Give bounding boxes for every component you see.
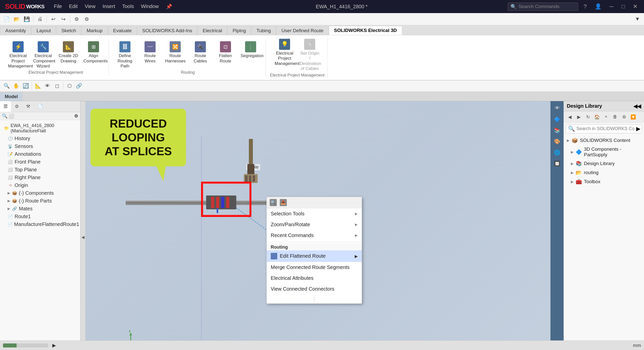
tab-addins[interactable]: SOLIDWORKS Add-Ins — [137, 26, 198, 35]
edit-menu[interactable]: Edit — [65, 3, 81, 11]
tree-item-origin[interactable]: ✛ Origin — [0, 181, 80, 189]
tab-electrical[interactable]: Electrical — [197, 26, 227, 35]
tree-item-components[interactable]: ▶ 📦 (-) Components — [0, 189, 80, 197]
minimize-btn[interactable]: ─ — [607, 3, 616, 10]
rs-scene-btn[interactable]: 🌐 — [552, 147, 562, 158]
tree-item-route-parts[interactable]: ▶ 📦 (-) Route Parts — [0, 197, 80, 205]
view-pan-btn[interactable]: ✋ — [12, 81, 21, 90]
tab-sketch[interactable]: Sketch — [56, 26, 81, 35]
customize-btn[interactable]: ▼ — [633, 15, 642, 24]
question-btn[interactable]: ? — [581, 3, 589, 10]
tree-item-history[interactable]: 🕐 History — [0, 135, 80, 142]
feature-manager-tab[interactable]: ☰ — [0, 101, 11, 112]
ctx-electrical-attrs[interactable]: Electrical Attributes — [267, 273, 362, 284]
tab-user-route[interactable]: User Defined Route — [276, 26, 329, 35]
rebuild-btn[interactable]: ⚙ — [72, 15, 81, 24]
insert-menu[interactable]: Insert — [99, 3, 119, 11]
open-btn[interactable]: 📂 — [12, 15, 21, 24]
align-components-btn[interactable]: ⊞ Align Components — [81, 40, 106, 65]
route-harnesses-btn[interactable]: 🔀 Route Harnesses — [163, 40, 187, 65]
left-collapse-handle[interactable]: ◀ — [80, 101, 85, 350]
pin-icon[interactable]: 📌 — [162, 3, 176, 11]
define-routing-btn[interactable]: 🛤 Define Routing Path — [113, 40, 137, 70]
rs-view-btn[interactable]: 👁 — [552, 103, 562, 113]
view-std-btn[interactable]: 📐 — [33, 81, 42, 90]
tab-tubing[interactable]: Tubing — [251, 26, 276, 35]
save-btn[interactable]: 💾 — [22, 15, 31, 24]
dl-back-btn[interactable]: ◀ — [566, 113, 574, 121]
dl-forward-btn[interactable]: ▶ — [575, 113, 583, 121]
dl-collapse-btn[interactable]: ◀◀ — [633, 103, 641, 109]
tab-evaluate[interactable]: Evaluate — [108, 26, 137, 35]
lib-item-3d-components[interactable]: ▶ 🔷 3D Components - PartSupply — [564, 145, 644, 159]
search-solidworks-box[interactable]: 🔍 ▶ — [566, 124, 642, 133]
dl-refresh-btn[interactable]: ↻ — [584, 113, 592, 121]
segregation-btn[interactable]: ⋮ Segregation — [239, 40, 263, 59]
tab-sw-elec-3d[interactable]: SOLIDWORKS Electrical 3D — [329, 26, 402, 35]
dl-home-btn[interactable]: 🏠 — [593, 113, 601, 121]
ctx-view-connectors[interactable]: View Connected Connectors — [267, 284, 362, 294]
flatten-route-btn[interactable]: ⊡ Flatten Route — [213, 40, 238, 65]
electrical-component-btn[interactable]: 🔧 Electrical Component Wizard — [31, 40, 55, 70]
ctx-search-icon[interactable]: 🔍 — [270, 199, 277, 206]
view-display-btn[interactable]: 👁 — [43, 81, 52, 90]
dl-add-btn[interactable]: + — [602, 113, 610, 121]
rs-3d-btn[interactable]: 🔷 — [552, 114, 562, 124]
tab-markup[interactable]: Markup — [81, 26, 108, 35]
file-menu[interactable]: File — [50, 3, 65, 11]
ctx-merge-segments[interactable]: Merge Connected Route Segments — [267, 262, 362, 273]
ctx-recent-commands[interactable]: Recent Commands — [267, 230, 362, 241]
search-sw-input[interactable] — [576, 126, 635, 131]
lib-item-toolbox[interactable]: ▶ 🧰 Toolbox — [564, 177, 644, 186]
electrical-project-btn[interactable]: ⚡ Electrical Project Management — [6, 40, 30, 70]
search-sw-submit[interactable]: ▶ — [636, 126, 640, 132]
rs-decal-btn[interactable]: 🔲 — [552, 159, 562, 169]
tree-settings-icon[interactable]: ⚙ — [74, 113, 78, 119]
print-btn[interactable]: 🖨 — [35, 15, 44, 24]
view-section-btn[interactable]: ⬡ — [65, 81, 74, 90]
set-origin-btn[interactable]: ⤡ Set Origin / Destination of Cables — [298, 38, 322, 72]
tab-layout[interactable]: Layout — [31, 26, 56, 35]
search-commands-box[interactable]: 🔍 Search Commands — [508, 3, 578, 11]
tree-expand-icon[interactable]: ⬜ — [9, 113, 14, 119]
create-2d-btn[interactable]: 📐 Create 2D Drawing — [56, 40, 80, 65]
dl-filter-btn[interactable]: 🔽 — [629, 113, 637, 121]
view-hide-btn[interactable]: ◻ — [53, 81, 62, 90]
view-zoom-btn[interactable]: 🔍 — [2, 81, 11, 90]
new-btn[interactable]: 📄 — [2, 15, 11, 24]
tree-item-route1[interactable]: 📄 Route1 — [0, 213, 80, 220]
rs-design-btn[interactable]: 📚 — [552, 125, 562, 135]
vtab-model[interactable]: Model — [0, 92, 23, 101]
dxf-tab[interactable]: 📄 — [34, 101, 47, 112]
ctx-more-icon[interactable]: ⋮ — [267, 294, 362, 303]
lib-item-routing[interactable]: ▶ 📂 routing — [564, 168, 644, 177]
user-btn[interactable]: 👤 — [592, 3, 604, 10]
route-wires-btn[interactable]: 〰 Route Wires — [138, 40, 162, 65]
elec-proj-mgmt-btn[interactable]: 💡 Electrical Project Management — [272, 38, 297, 67]
ctx-edit-flattened[interactable]: Edit Flattened Route ▶ — [267, 250, 362, 262]
ctx-selection-tools[interactable]: Selection Tools — [267, 208, 362, 219]
rs-appear-btn[interactable]: 🎨 — [552, 136, 562, 146]
tools-menu[interactable]: Tools — [119, 3, 137, 11]
tree-item-manufacture-route[interactable]: 📄 ManufactureFlattenedRoute1 — [0, 220, 80, 228]
view-mate-btn[interactable]: 🔗 — [74, 81, 83, 90]
close-btn[interactable]: ✕ — [630, 3, 640, 10]
options-btn[interactable]: ⚙ — [82, 15, 91, 24]
property-mgr-tab[interactable]: ⚙ — [11, 101, 23, 112]
tree-item-root[interactable]: 📁 EWA_H1_4416_2800 (ManufactureFlatt — [0, 122, 80, 135]
canvas-area[interactable]: REDUCED LOOPING AT SPLICES cable — [85, 101, 550, 350]
route-cables-btn[interactable]: 🔌 Route Cables — [188, 40, 212, 65]
config-mgr-tab[interactable]: ⚒ — [23, 101, 34, 112]
maximize-btn[interactable]: □ — [619, 3, 627, 10]
tree-item-front-plane[interactable]: ⬜ Front Plane — [0, 158, 80, 166]
tab-piping[interactable]: Piping — [227, 26, 251, 35]
lib-item-design-lib[interactable]: ▶ 📚 Design Library — [564, 159, 644, 168]
tree-item-sensors[interactable]: 📡 Sensors — [0, 142, 80, 150]
tree-item-right-plane[interactable]: ⬜ Right Plane — [0, 174, 80, 181]
tree-item-annotations[interactable]: 📝 Annotations — [0, 150, 80, 158]
undo-btn[interactable]: ↩ — [49, 15, 58, 24]
dl-delete-btn[interactable]: 🗑 — [611, 113, 619, 121]
tree-item-top-plane[interactable]: ⬜ Top Plane — [0, 166, 80, 174]
view-menu[interactable]: View — [81, 3, 99, 11]
tab-assembly[interactable]: Assembly — [0, 26, 31, 35]
